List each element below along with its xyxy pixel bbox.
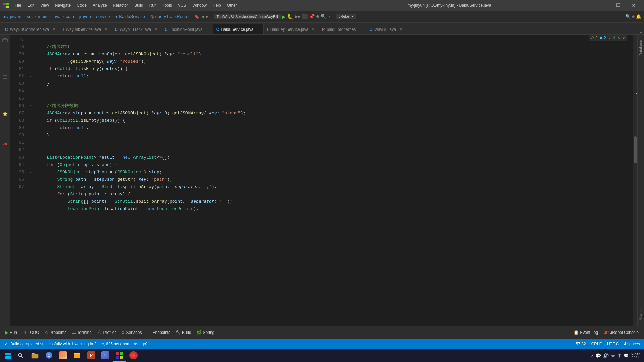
- menu-refactor[interactable]: Refactor: [110, 2, 131, 9]
- start-button[interactable]: [1, 349, 15, 362]
- status-line-ending[interactable]: CRLF: [591, 342, 602, 346]
- gutter-91[interactable]: ◦: [27, 139, 34, 146]
- spring-tool-btn[interactable]: 🌿 Spring: [194, 329, 217, 336]
- sidebar-structure-icon[interactable]: [1, 73, 9, 81]
- tab-waybilltrack[interactable]: C WaybillTrack.java ✕: [111, 24, 161, 34]
- breadcrumb-main[interactable]: main: [38, 14, 47, 19]
- status-indent[interactable]: 4 spaces: [624, 342, 640, 346]
- tab-waybillservice[interactable]: I WayBillService.java ✕: [59, 24, 111, 34]
- nav-back-icon[interactable]: ◀: [201, 14, 204, 19]
- warning-count[interactable]: ⚠ 1: [591, 35, 598, 40]
- close-tab-waybillcontroller[interactable]: ✕: [52, 27, 55, 32]
- nav-forward-icon[interactable]: ▶: [206, 14, 209, 19]
- gutter-88[interactable]: ◦: [27, 117, 34, 124]
- close-tab-locationpoint[interactable]: ✕: [206, 27, 209, 32]
- taskbar-clock[interactable]: 57:32 2021: [631, 352, 640, 360]
- status-position[interactable]: 57:32: [576, 342, 586, 346]
- tab-more-button[interactable]: ⌄: [639, 27, 643, 34]
- minimize-button[interactable]: ─: [595, 0, 610, 11]
- run-more-icon[interactable]: ⋮: [327, 14, 332, 19]
- tab-locationpoint[interactable]: C LocationPoint.java ✕: [161, 24, 213, 34]
- menu-code[interactable]: Code: [74, 2, 89, 9]
- tray-message-icon[interactable]: 💬: [595, 353, 601, 359]
- taskbar-chrome[interactable]: [42, 349, 56, 362]
- close-tab-waybilltrack[interactable]: ✕: [154, 27, 157, 32]
- menu-analyze[interactable]: Analyze: [90, 2, 110, 9]
- taskbar-filemanager[interactable]: [70, 349, 84, 362]
- run-coverage-button[interactable]: ▶▶: [295, 14, 301, 19]
- vertical-scroll-thumb[interactable]: [634, 136, 637, 163]
- breadcrumb-java[interactable]: java: [53, 14, 61, 19]
- tray-input-icon[interactable]: 中: [618, 353, 622, 359]
- tray-volume-icon[interactable]: 🔊: [603, 353, 609, 359]
- code-scroll[interactable]: 77 78 79 80 81 82 83 84 85 86 87 88 89 9…: [10, 35, 637, 326]
- sidebar-favorites-icon[interactable]: ⭐: [1, 110, 9, 118]
- close-tab-waybillservice[interactable]: ✕: [104, 27, 107, 32]
- status-charset[interactable]: UTF-8: [607, 342, 619, 346]
- close-tab-baiduproperties[interactable]: ✕: [359, 27, 362, 32]
- menu-run[interactable]: Run: [147, 2, 159, 9]
- search-everywhere-icon[interactable]: 🔍: [625, 14, 631, 19]
- tab-baiduproperties[interactable]: P baidu.properties ✕: [318, 24, 366, 34]
- tab-baiduservice[interactable]: C BaiduService.java ✕: [213, 24, 264, 34]
- debug-button[interactable]: 🐛: [287, 13, 294, 20]
- tray-notification-icon[interactable]: 💬: [624, 353, 629, 358]
- todo-tool-btn[interactable]: ☑ TODO: [20, 329, 42, 336]
- breadcrumb-class[interactable]: BaiduService: [119, 14, 145, 19]
- ok-count[interactable]: ✓ 4: [608, 35, 615, 40]
- tray-chevron-icon[interactable]: ∧: [591, 353, 593, 358]
- database-panel-tab[interactable]: Database: [638, 35, 644, 61]
- taskbar-powerpoint[interactable]: P: [85, 349, 98, 362]
- gutter-86[interactable]: ◦: [27, 102, 34, 110]
- menu-window[interactable]: Window: [190, 2, 209, 9]
- vertical-scrollbar[interactable]: [633, 35, 637, 326]
- taskbar-search-button[interactable]: [15, 350, 27, 362]
- search-run-icon[interactable]: 🔍: [320, 14, 326, 19]
- breadcrumb-jinyun[interactable]: jinyun: [79, 14, 91, 19]
- event-log-btn[interactable]: 📋 Event Log: [571, 329, 601, 336]
- close-tab-baiduapiservice[interactable]: ✕: [312, 27, 315, 32]
- menu-other[interactable]: Other: [224, 2, 240, 9]
- menu-edit[interactable]: Edit: [24, 2, 37, 9]
- gutter[interactable]: ◦ ◦ ◦ ◦ ◦ ◦: [27, 35, 34, 326]
- settings-run-icon[interactable]: ⚙: [316, 14, 319, 19]
- menu-tools[interactable]: Tools: [160, 2, 175, 9]
- jrebel-console-btn[interactable]: JR JRebel Console: [601, 329, 641, 336]
- breadcrumb-method[interactable]: queryTrackRoute: [155, 14, 189, 19]
- jrebel-dropdown[interactable]: JRebel ▾: [336, 14, 356, 19]
- maximize-button[interactable]: □: [610, 0, 626, 11]
- breadcrumb-service[interactable]: service: [96, 14, 110, 19]
- sidebar-jrebel-icon[interactable]: JR: [1, 140, 9, 148]
- breadcrumb-project[interactable]: my-jinyun: [3, 14, 21, 19]
- tab-waybill[interactable]: C WayBill.java ✕: [366, 24, 406, 34]
- sidebar-project-icon[interactable]: [1, 36, 9, 45]
- menu-file[interactable]: File: [12, 2, 24, 9]
- taskbar-intellij[interactable]: [113, 349, 126, 362]
- notifications-icon[interactable]: 🔔: [636, 14, 641, 19]
- test-config-label[interactable]: TestWayBillService.testCreateWayBill: [214, 14, 281, 19]
- taskbar-explorer[interactable]: [28, 349, 42, 362]
- menu-navigate[interactable]: Navigate: [52, 2, 73, 9]
- problems-tool-btn[interactable]: ⚠ Problems: [42, 329, 69, 336]
- taskbar-app3[interactable]: 🎨: [56, 349, 70, 362]
- nav-up-icon[interactable]: ∧: [617, 35, 620, 40]
- build-tool-btn[interactable]: 🔨 Build: [173, 329, 194, 336]
- menu-vcs[interactable]: VCS: [175, 2, 189, 9]
- endpoints-tool-btn[interactable]: → Endpoints: [145, 329, 173, 336]
- info-count[interactable]: ▶ 2: [600, 35, 606, 40]
- menu-build[interactable]: Build: [131, 2, 146, 9]
- tab-waybillcontroller[interactable]: C WayBillController.java ✕: [1, 24, 59, 34]
- code-content[interactable]: //路线数组 JSONArray routes = jsonObject.get…: [34, 35, 637, 326]
- run-button[interactable]: ▶: [282, 13, 286, 20]
- pin-button[interactable]: 📌: [309, 14, 315, 19]
- maven-panel-tab[interactable]: Maven: [638, 304, 644, 326]
- stop-button[interactable]: ⬛: [302, 14, 308, 19]
- close-tab-waybill[interactable]: ✕: [399, 27, 402, 32]
- breadcrumb-src[interactable]: src: [26, 14, 32, 19]
- settings-main-icon[interactable]: ⚙: [632, 14, 635, 19]
- code-area[interactable]: ⚠ 1 ▶ 2 ✓ 4 ∧ ∨ 77 78 79 80 81 82 83 84 …: [10, 35, 637, 326]
- tray-network-icon[interactable]: [611, 353, 615, 359]
- gutter-95[interactable]: ◦: [27, 169, 34, 176]
- nav-down-icon[interactable]: ∨: [622, 35, 625, 40]
- menu-view[interactable]: View: [38, 2, 52, 9]
